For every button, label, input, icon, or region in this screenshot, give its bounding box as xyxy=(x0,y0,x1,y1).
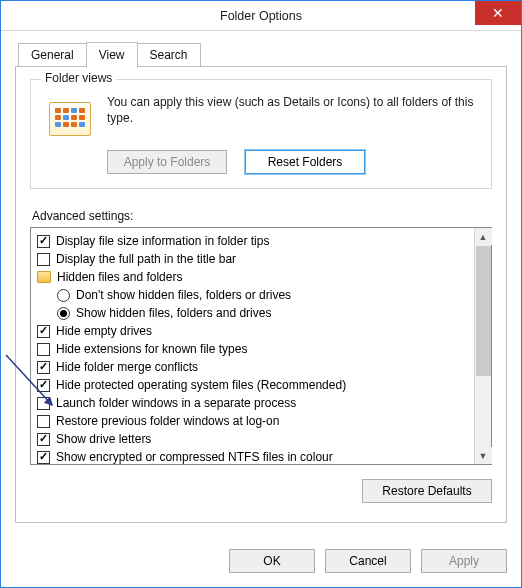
checkbox-icon[interactable] xyxy=(37,451,50,464)
window-title: Folder Options xyxy=(220,9,302,23)
checkbox-icon[interactable] xyxy=(37,433,50,446)
list-item-label: Display file size information in folder … xyxy=(56,234,269,248)
checkbox-icon[interactable] xyxy=(37,235,50,248)
scroll-track[interactable] xyxy=(475,377,491,447)
list-item[interactable]: Display file size information in folder … xyxy=(37,232,470,250)
checkbox-icon[interactable] xyxy=(37,253,50,266)
list-item[interactable]: Show encrypted or compressed NTFS files … xyxy=(37,448,470,464)
checkbox-icon[interactable] xyxy=(37,325,50,338)
list-item-label: Restore previous folder windows at log-o… xyxy=(56,414,279,428)
list-item[interactable]: Hide folder merge conflicts xyxy=(37,358,470,376)
folder-views-desc: You can apply this view (such as Details… xyxy=(107,94,479,126)
list-item[interactable]: Hide empty drives xyxy=(37,322,470,340)
tab-panel-view: Folder views You can apply this view (su… xyxy=(15,66,507,523)
list-item-label: Show hidden files, folders and drives xyxy=(76,306,271,320)
folder-icon xyxy=(37,271,51,283)
checkbox-icon[interactable] xyxy=(37,397,50,410)
folder-options-window: Folder Options ✕ General View Search Fol… xyxy=(0,0,522,588)
list-item-label: Hide folder merge conflicts xyxy=(56,360,198,374)
list-item-label: Hide extensions for known file types xyxy=(56,342,247,356)
list-item[interactable]: Hide protected operating system files (R… xyxy=(37,376,470,394)
checkbox-icon[interactable] xyxy=(37,379,50,392)
close-icon: ✕ xyxy=(492,5,504,21)
list-item-label: Display the full path in the title bar xyxy=(56,252,236,266)
list-item[interactable]: Display the full path in the title bar xyxy=(37,250,470,268)
advanced-settings-list: Display file size information in folder … xyxy=(30,227,492,465)
list-item-label: Launch folder windows in a separate proc… xyxy=(56,396,296,410)
list-item-label: Don't show hidden files, folders or driv… xyxy=(76,288,291,302)
tab-view[interactable]: View xyxy=(86,42,138,68)
list-item[interactable]: Don't show hidden files, folders or driv… xyxy=(37,286,470,304)
list-item[interactable]: Launch folder windows in a separate proc… xyxy=(37,394,470,412)
list-item[interactable]: Show drive letters xyxy=(37,430,470,448)
list-item[interactable]: Show hidden files, folders and drives xyxy=(37,304,470,322)
list-item-label: Show drive letters xyxy=(56,432,151,446)
restore-defaults-button[interactable]: Restore Defaults xyxy=(362,479,492,503)
list-item-label: Show encrypted or compressed NTFS files … xyxy=(56,450,333,464)
list-item-label: Hide empty drives xyxy=(56,324,152,338)
ok-button[interactable]: OK xyxy=(229,549,315,573)
tab-search[interactable]: Search xyxy=(137,43,201,67)
close-button[interactable]: ✕ xyxy=(475,1,521,25)
apply-button[interactable]: Apply xyxy=(421,549,507,573)
client-area: General View Search Folder views xyxy=(1,31,521,537)
scroll-up-icon[interactable]: ▲ xyxy=(475,228,492,245)
list-content: Display file size information in folder … xyxy=(31,228,474,464)
tabs: General View Search xyxy=(15,41,507,67)
scroll-down-icon[interactable]: ▼ xyxy=(475,447,492,464)
checkbox-icon[interactable] xyxy=(37,361,50,374)
cancel-button[interactable]: Cancel xyxy=(325,549,411,573)
folder-views-icon xyxy=(49,98,93,138)
checkbox-icon[interactable] xyxy=(37,415,50,428)
advanced-settings-label: Advanced settings: xyxy=(32,209,492,223)
titlebar: Folder Options ✕ xyxy=(1,1,521,31)
tab-general[interactable]: General xyxy=(18,43,87,67)
checkbox-icon[interactable] xyxy=(37,343,50,356)
apply-to-folders-button[interactable]: Apply to Folders xyxy=(107,150,227,174)
list-item[interactable]: Hidden files and folders xyxy=(37,268,470,286)
folder-views-group: Folder views You can apply this view (su… xyxy=(30,79,492,189)
list-item[interactable]: Restore previous folder windows at log-o… xyxy=(37,412,470,430)
radio-icon[interactable] xyxy=(57,289,70,302)
list-item-label: Hidden files and folders xyxy=(57,270,182,284)
radio-icon[interactable] xyxy=(57,307,70,320)
scroll-thumb[interactable] xyxy=(476,246,491,376)
list-item-label: Hide protected operating system files (R… xyxy=(56,378,346,392)
list-item[interactable]: Hide extensions for known file types xyxy=(37,340,470,358)
folder-views-legend: Folder views xyxy=(41,71,116,85)
dialog-buttons: OK Cancel Apply xyxy=(1,537,521,587)
scrollbar[interactable]: ▲ ▼ xyxy=(474,228,491,464)
reset-folders-button[interactable]: Reset Folders xyxy=(245,150,365,174)
